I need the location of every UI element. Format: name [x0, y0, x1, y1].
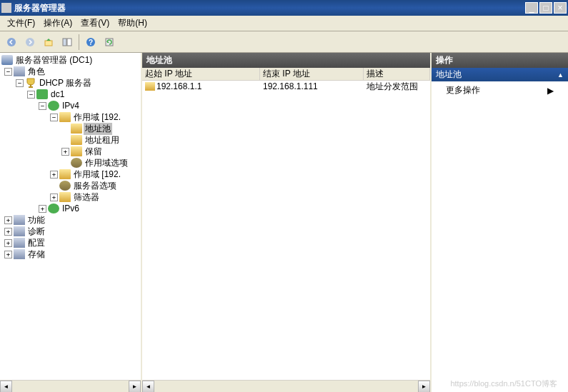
folder-icon [71, 124, 82, 134]
tree-scope2[interactable]: +作用域 [192. [1, 169, 139, 180]
expand-icon[interactable]: + [4, 239, 12, 247]
section-label: 地址池 [436, 69, 462, 81]
help-button[interactable]: ? [82, 34, 99, 51]
tree-label: 作用域 [192. [72, 111, 122, 124]
tree-configuration[interactable]: +配置 [1, 237, 139, 248]
scroll-left-icon[interactable]: ◄ [142, 381, 154, 392]
roles-icon [14, 66, 25, 76]
tree-root[interactable]: 服务器管理器 (DC1) [1, 54, 139, 66]
tree-label: 诊断 [26, 226, 46, 238]
menu-file[interactable]: 文件(F) [3, 16, 39, 31]
collapse-icon[interactable]: − [50, 114, 58, 121]
folder-icon [71, 146, 82, 156]
col-description[interactable]: 描述 [364, 68, 430, 80]
tree-address-lease[interactable]: 地址租用 [1, 134, 139, 146]
tree-storage[interactable]: +存储 [1, 248, 139, 260]
tree-label: 存储 [26, 248, 46, 261]
configuration-icon [14, 238, 25, 248]
expand-icon[interactable]: + [61, 148, 69, 156]
expand-icon[interactable]: + [50, 171, 58, 179]
menu-action[interactable]: 操作(A) [39, 16, 76, 31]
expand-icon[interactable]: + [4, 251, 12, 258]
chevron-right-icon: ▶ [547, 86, 554, 96]
gear-icon [71, 158, 82, 168]
folder-icon [59, 169, 71, 179]
action-label: 更多操作 [446, 84, 480, 96]
collapse-icon[interactable]: − [16, 79, 24, 87]
tree-label: 筛选器 [72, 191, 101, 203]
tree-label: 服务器管理器 (DC1) [14, 54, 94, 66]
show-hide-button[interactable] [59, 34, 76, 51]
back-button[interactable] [3, 34, 20, 51]
tree-label: 地址租用 [84, 134, 121, 146]
folder-icon [59, 192, 71, 202]
menu-help[interactable]: 帮助(H) [114, 16, 151, 31]
tree-ipv4[interactable]: −IPv4 [1, 100, 139, 111]
server-node-icon [36, 89, 48, 99]
col-end-ip[interactable]: 结束 IP 地址 [260, 68, 364, 80]
close-button[interactable]: × [554, 2, 567, 14]
trophy-icon [25, 78, 36, 88]
actions-body: 更多操作▶ [432, 81, 568, 392]
center-header: 地址池 [142, 53, 430, 68]
app-icon [1, 3, 11, 13]
scroll-left-icon[interactable]: ◄ [0, 381, 12, 392]
collapse-arrow-icon: ▲ [557, 71, 564, 79]
range-icon [145, 82, 155, 91]
tree-scrollbar[interactable]: ◄► [0, 380, 141, 392]
scroll-right-icon[interactable]: ► [418, 381, 430, 392]
diagnostics-icon [14, 226, 25, 236]
scroll-right-icon[interactable]: ► [129, 381, 141, 392]
tree-server-options[interactable]: 服务器选项 [1, 180, 139, 191]
svg-rect-4 [67, 39, 71, 46]
table-row[interactable]: 192.168.1.1 192.168.1.111 地址分发范围 [142, 81, 430, 92]
ipv4-icon [48, 101, 59, 111]
tree-dc1[interactable]: −dc1 [1, 89, 139, 100]
collapse-icon[interactable]: − [27, 91, 35, 99]
actions-section[interactable]: 地址池▲ [432, 68, 568, 81]
actions-pane: 操作 地址池▲ 更多操作▶ [432, 53, 568, 392]
scrollbar-track[interactable] [154, 381, 418, 392]
tree-features[interactable]: +功能 [1, 214, 139, 226]
window-titlebar: 服务器管理器 _ □ × [0, 0, 568, 16]
minimize-button[interactable]: _ [525, 2, 538, 14]
server-icon [1, 55, 13, 65]
collapse-icon[interactable]: − [4, 68, 12, 76]
expand-icon[interactable]: + [39, 205, 46, 213]
tree-roles[interactable]: −角色 [1, 66, 139, 77]
forward-button[interactable] [21, 34, 39, 51]
cell-start-ip: 192.168.1.1 [142, 81, 260, 91]
tree-label: 地址池 [84, 123, 112, 135]
tree-label: 角色 [26, 66, 46, 78]
svg-text:?: ? [89, 39, 93, 46]
tree-scope-options[interactable]: 作用域选项 [1, 157, 139, 169]
collapse-icon[interactable]: − [39, 102, 46, 110]
tree-filters[interactable]: +筛选器 [1, 191, 139, 203]
content-area: 服务器管理器 (DC1) −角色 −DHCP 服务器 −dc1 −IPv4 −作… [0, 53, 568, 392]
expand-icon[interactable]: + [50, 194, 58, 201]
more-actions[interactable]: 更多操作▶ [432, 81, 568, 99]
tree-dhcp-server[interactable]: −DHCP 服务器 [1, 77, 139, 89]
tree-ipv6[interactable]: +IPv6 [1, 203, 139, 214]
tree-diagnostics[interactable]: +诊断 [1, 226, 139, 237]
column-headers: 起始 IP 地址 结束 IP 地址 描述 [142, 68, 430, 81]
tree-address-pool[interactable]: 地址池 [1, 123, 139, 134]
folder-icon [71, 135, 82, 145]
tree-label: 保留 [84, 146, 104, 158]
col-start-ip[interactable]: 起始 IP 地址 [142, 68, 260, 80]
tree-scope1[interactable]: −作用域 [192. [1, 111, 139, 123]
nav-tree[interactable]: 服务器管理器 (DC1) −角色 −DHCP 服务器 −dc1 −IPv4 −作… [1, 54, 139, 260]
expand-icon[interactable]: + [4, 216, 12, 224]
maximize-button[interactable]: □ [539, 2, 552, 14]
scrollbar-track[interactable] [12, 381, 129, 392]
expand-icon[interactable]: + [4, 228, 12, 236]
menu-view[interactable]: 查看(V) [76, 16, 114, 31]
features-icon [14, 215, 25, 225]
center-scrollbar[interactable]: ◄► [142, 380, 430, 392]
svg-point-0 [7, 38, 16, 46]
window-controls: _ □ × [525, 2, 567, 14]
tree-label: 作用域选项 [84, 157, 129, 169]
tree-reservation[interactable]: +保留 [1, 146, 139, 157]
up-button[interactable] [40, 34, 57, 51]
refresh-button[interactable] [101, 34, 118, 51]
